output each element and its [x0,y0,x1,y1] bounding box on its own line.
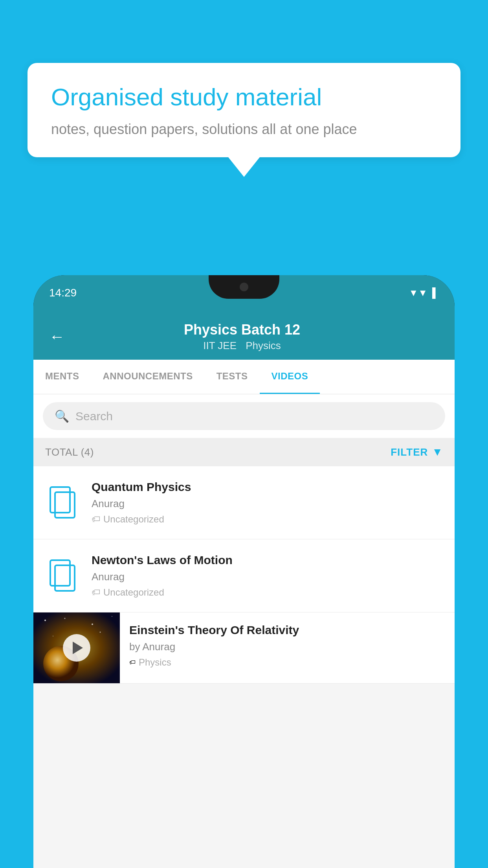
svg-rect-0 [50,487,70,513]
wifi-icon: ▼▼ [409,287,427,298]
tab-videos[interactable]: VIDEOS [260,360,320,394]
search-input-wrapper[interactable]: 🔍 Search [43,402,445,430]
tag-label: Uncategorized [103,587,164,598]
file-icon-wrapper [45,485,81,520]
list-item[interactable]: Einstein's Theory Of Relativity by Anura… [33,612,455,684]
battery-icon: ▌ [432,287,439,298]
video-title: Einstein's Theory Of Relativity [129,623,445,637]
batch-subject: Physics [246,340,281,351]
video-author: Anurag [92,498,443,510]
header-title-area: Physics Batch 12 IIT JEE Physics [77,322,407,352]
speech-bubble-title: Organised study material [51,83,437,112]
camera [240,283,248,291]
video-tag: 🏷 Physics [129,657,445,668]
phone-screen: ← Physics Batch 12 IIT JEE Physics MENTS… [33,311,455,868]
speech-bubble-arrow [228,157,260,177]
batch-title: Physics Batch 12 [77,322,407,338]
status-time: 14:29 [49,287,77,299]
svg-point-4 [44,620,46,621]
batch-subtitle: IIT JEE Physics [77,340,407,352]
svg-rect-2 [50,560,70,586]
phone-frame: 14:29 ▼▼ ▌ ← Physics Batch 12 IIT JEE Ph… [33,275,455,868]
search-placeholder: Search [75,410,113,423]
list-item[interactable]: Newton's Laws of Motion Anurag 🏷 Uncateg… [33,539,455,612]
document-icon [47,558,79,594]
svg-rect-1 [55,492,75,518]
back-button[interactable]: ← [49,328,65,346]
svg-point-5 [64,618,66,619]
status-icons: ▼▼ ▌ [409,287,439,298]
tab-announcements[interactable]: ANNOUNCEMENTS [91,360,205,394]
svg-point-7 [112,616,112,617]
speech-bubble: Organised study material notes, question… [28,63,460,157]
tag-icon: 🏷 [92,514,100,524]
video-author: by Anurag [129,641,445,653]
speech-bubble-subtitle: notes, question papers, solutions all at… [51,121,437,138]
play-triangle [73,642,83,654]
video-thumbnail [33,612,120,683]
tab-ments[interactable]: MENTS [33,360,91,394]
batch-category: IIT JEE [203,340,237,351]
video-info: Einstein's Theory Of Relativity by Anura… [120,612,455,679]
filter-button[interactable]: FILTER ▼ [391,446,443,458]
tag-icon: 🏷 [129,659,136,666]
list-item[interactable]: Quantum Physics Anurag 🏷 Uncategorized [33,466,455,539]
tag-label: Physics [139,657,171,668]
tab-tests[interactable]: TESTS [205,360,260,394]
video-title: Quantum Physics [92,480,443,494]
svg-point-6 [92,623,93,625]
video-title: Newton's Laws of Motion [92,554,443,567]
search-icon: 🔍 [55,409,69,423]
video-tag: 🏷 Uncategorized [92,587,443,598]
app-header: ← Physics Batch 12 IIT JEE Physics [33,311,455,360]
video-list: Quantum Physics Anurag 🏷 Uncategorized [33,466,455,684]
tag-label: Uncategorized [103,514,164,525]
tag-icon: 🏷 [92,587,100,598]
status-bar: 14:29 ▼▼ ▌ [33,275,455,311]
filter-row: TOTAL (4) FILTER ▼ [33,438,455,466]
svg-point-8 [53,636,53,636]
play-button[interactable] [63,634,90,662]
total-count: TOTAL (4) [45,446,94,458]
speech-bubble-container: Organised study material notes, question… [28,63,460,177]
phone-notch [209,275,279,299]
filter-icon: ▼ [432,446,443,458]
file-icon-wrapper [45,558,81,594]
search-container: 🔍 Search [33,394,455,438]
video-tag: 🏷 Uncategorized [92,514,443,525]
document-icon [47,485,79,520]
svg-point-9 [100,632,101,633]
tabs-container: MENTS ANNOUNCEMENTS TESTS VIDEOS [33,360,455,394]
video-info: Newton's Laws of Motion Anurag 🏷 Uncateg… [92,554,443,598]
video-info: Quantum Physics Anurag 🏷 Uncategorized [92,480,443,525]
svg-rect-3 [55,565,75,591]
video-author: Anurag [92,571,443,583]
filter-label: FILTER [391,446,428,458]
